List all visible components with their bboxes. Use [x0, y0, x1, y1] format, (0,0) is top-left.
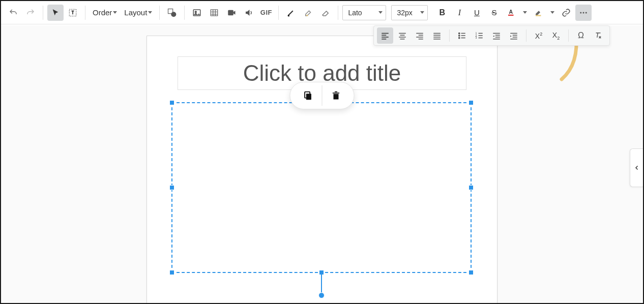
copy-button[interactable] — [295, 85, 322, 106]
underline-button[interactable]: U — [469, 5, 485, 21]
delete-button[interactable] — [323, 85, 350, 106]
secondary-toolbar: 123 X2 X2 Ω — [373, 25, 610, 46]
image-icon — [192, 8, 201, 17]
text-color-caret-button[interactable] — [520, 5, 530, 21]
svg-point-12 — [580, 12, 582, 13]
eraser-small-icon — [304, 8, 313, 17]
font-size-value: 32px — [397, 9, 412, 17]
resize-handle-br[interactable] — [469, 270, 474, 275]
link-icon — [562, 8, 571, 17]
layout-label: Layout — [124, 8, 147, 17]
resize-handle-bl[interactable] — [169, 270, 174, 275]
gif-button[interactable]: GIF — [258, 5, 274, 21]
strike-button[interactable]: S — [486, 5, 502, 21]
content-selection-box[interactable] — [171, 102, 472, 273]
video-icon — [227, 8, 236, 17]
svg-text:A: A — [509, 9, 513, 15]
select-tool-button[interactable] — [47, 5, 64, 21]
redo-button[interactable] — [22, 5, 39, 21]
svg-point-13 — [583, 12, 584, 13]
highlight-color-button[interactable] — [531, 5, 547, 21]
number-list-button[interactable]: 123 — [471, 27, 487, 44]
canvas-area[interactable]: Click to add title — [1, 25, 643, 303]
image-crop-button[interactable] — [206, 5, 222, 21]
image-crop-icon — [210, 8, 219, 17]
caret-icon — [523, 11, 527, 14]
svg-point-14 — [586, 12, 587, 13]
panel-collapse-tab[interactable] — [630, 148, 643, 187]
trash-icon — [331, 90, 341, 101]
special-char-button[interactable]: Ω — [573, 27, 589, 44]
align-center-icon — [398, 31, 407, 40]
link-button[interactable] — [558, 5, 574, 21]
caret-icon — [148, 11, 152, 14]
font-family-value: Lato — [348, 9, 362, 17]
slide[interactable]: Click to add title — [147, 36, 497, 304]
bold-button[interactable]: B — [434, 5, 450, 21]
text-tool-button[interactable] — [65, 5, 81, 21]
svg-rect-24 — [333, 93, 339, 94]
order-dropdown[interactable]: Order — [90, 5, 120, 21]
align-justify-icon — [432, 31, 442, 40]
highlighter-button[interactable] — [300, 5, 316, 21]
resize-handle-mr[interactable] — [469, 185, 474, 190]
align-left-icon — [380, 31, 390, 40]
main-toolbar: Order Layout GIF — [1, 1, 643, 24]
number-list-icon: 123 — [475, 31, 484, 40]
bullet-list-button[interactable] — [454, 27, 470, 44]
video-button[interactable] — [223, 5, 240, 21]
clear-format-button[interactable] — [590, 27, 606, 44]
audio-button[interactable] — [241, 5, 257, 21]
align-left-button[interactable] — [377, 27, 393, 44]
svg-point-4 — [195, 11, 197, 13]
separator — [278, 6, 279, 20]
strike-icon: S — [491, 8, 496, 17]
svg-point-16 — [459, 35, 460, 36]
clear-format-icon — [594, 31, 603, 40]
text-cursor-icon — [68, 8, 78, 18]
pen-icon — [286, 8, 296, 17]
svg-rect-10 — [508, 14, 514, 15]
resize-handle-ml[interactable] — [169, 185, 174, 190]
undo-button[interactable] — [5, 5, 21, 21]
shape-button[interactable] — [164, 5, 180, 21]
highlight-color-caret-button[interactable] — [548, 5, 557, 21]
resize-handle-tl[interactable] — [169, 100, 174, 105]
align-right-button[interactable] — [412, 27, 428, 44]
svg-text:3: 3 — [476, 36, 477, 39]
caret-icon — [113, 11, 117, 14]
subscript-button[interactable]: X2 — [548, 27, 564, 44]
italic-button[interactable]: I — [451, 5, 467, 21]
rotation-stem — [321, 272, 322, 294]
underline-icon: U — [474, 8, 480, 17]
svg-point-2 — [171, 12, 177, 17]
image-button[interactable] — [189, 5, 205, 21]
separator — [526, 29, 526, 42]
pen-button[interactable] — [283, 5, 299, 21]
more-icon — [579, 8, 588, 17]
indent-icon — [509, 31, 518, 40]
svg-point-7 — [288, 15, 289, 16]
indent-button[interactable] — [506, 27, 522, 44]
superscript-button[interactable]: X2 — [531, 27, 547, 44]
gif-label: GIF — [260, 9, 272, 16]
eraser-button[interactable] — [317, 5, 334, 21]
resize-handle-tr[interactable] — [469, 100, 474, 105]
svg-point-8 — [307, 14, 308, 16]
special-char-icon: Ω — [578, 31, 584, 40]
eraser-large-icon — [321, 8, 330, 17]
font-size-select[interactable]: 32px — [391, 5, 428, 20]
svg-point-15 — [459, 33, 460, 34]
align-justify-button[interactable] — [429, 27, 445, 44]
font-family-select[interactable]: Lato — [342, 5, 386, 20]
italic-icon: I — [458, 8, 461, 17]
undo-icon — [9, 8, 18, 17]
layout-dropdown[interactable]: Layout — [121, 5, 155, 21]
svg-rect-23 — [334, 94, 339, 100]
rotation-handle[interactable] — [318, 292, 325, 298]
outdent-button[interactable] — [488, 27, 505, 44]
separator — [449, 29, 450, 42]
more-button[interactable] — [575, 5, 592, 21]
text-color-button[interactable]: A — [503, 5, 519, 21]
align-center-button[interactable] — [394, 27, 411, 44]
